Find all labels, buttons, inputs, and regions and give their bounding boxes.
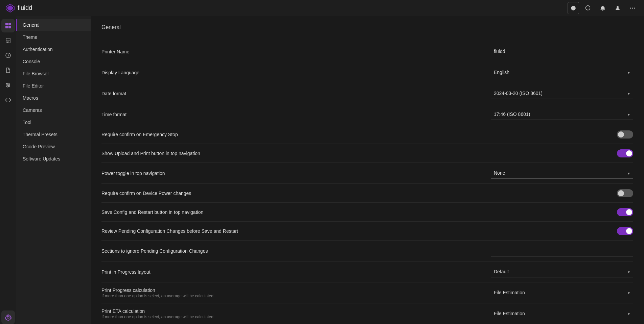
- svg-rect-9: [8, 23, 11, 25]
- setting-control-require-confirm-emergency: [491, 130, 633, 139]
- setting-row-date-format: Date format2024-03-20 (ISO 8601)03/20/20…: [101, 83, 633, 104]
- select-print-progress-calc[interactable]: File EstimationSlicerBoth: [491, 287, 633, 298]
- setting-label-print-progress-calc: Print Progress calculationIf more than o…: [101, 288, 394, 298]
- setting-control-require-confirm-power: [491, 189, 633, 197]
- setting-control-sections-ignore: [491, 245, 633, 256]
- logo-icon: [5, 3, 15, 13]
- setting-label-require-confirm-power: Require confirm on Device Power changes: [101, 191, 394, 196]
- setting-row-print-progress-layout: Print in Progress layoutDefaultCompactWi…: [101, 261, 633, 282]
- setting-row-require-confirm-power: Require confirm on Device Power changes: [101, 184, 633, 203]
- setting-label-time-format: Time format: [101, 112, 394, 117]
- setting-row-power-toggle-nav: Power toggle in top navigationNoneOnOff: [101, 163, 633, 184]
- dropdown-wrapper-date-format: 2024-03-20 (ISO 8601)03/20/2024 (US)20/0…: [491, 88, 633, 99]
- dropdown-wrapper-print-eta-calc: File EstimationSlicerBoth: [491, 308, 633, 319]
- svg-marker-1: [7, 5, 13, 11]
- select-print-progress-layout[interactable]: DefaultCompactWide: [491, 266, 633, 277]
- sidebar-item-general[interactable]: General: [16, 19, 91, 31]
- setting-control-review-pending: [491, 227, 633, 235]
- topbar-actions: [568, 2, 639, 14]
- setting-row-save-config-restart: Save Config and Restart button in top na…: [101, 203, 633, 222]
- main-content: General Printer NameDisplay LanguageEngl…: [91, 16, 644, 324]
- dropdown-wrapper-print-progress-layout: DefaultCompactWide: [491, 266, 633, 277]
- svg-rect-12: [6, 38, 10, 41]
- setting-control-show-upload-print: [491, 149, 633, 157]
- svg-rect-8: [5, 23, 8, 25]
- setting-label-require-confirm-emergency: Require confirm on Emergency Stop: [101, 132, 394, 137]
- setting-label-date-format: Date format: [101, 91, 394, 96]
- setting-control-print-progress-layout: DefaultCompactWide: [491, 266, 633, 277]
- select-time-format[interactable]: 17:46 (ISO 8601)5:46 PM (12h): [491, 109, 633, 120]
- svg-point-6: [632, 7, 633, 8]
- sidebar-item-file-browser[interactable]: File Browser: [16, 68, 91, 80]
- svg-point-5: [630, 7, 631, 8]
- input-sections-ignore[interactable]: [491, 245, 633, 256]
- svg-point-22: [7, 86, 8, 87]
- nav-dashboard[interactable]: [1, 19, 15, 32]
- notifications-button[interactable]: [597, 2, 609, 14]
- select-power-toggle-nav[interactable]: NoneOnOff: [491, 168, 633, 179]
- setting-row-require-confirm-emergency: Require confirm on Emergency Stop: [101, 125, 633, 144]
- nav-files[interactable]: [1, 64, 15, 77]
- power-button[interactable]: [568, 2, 579, 14]
- setting-control-display-language: EnglishGermanFrenchSpanishChinese: [491, 67, 633, 78]
- svg-point-23: [7, 316, 9, 318]
- input-printer-name[interactable]: [491, 46, 633, 57]
- setting-row-sections-ignore: Sections to ignore Pending Configuration…: [101, 241, 633, 261]
- dropdown-wrapper-time-format: 17:46 (ISO 8601)5:46 PM (12h): [491, 109, 633, 120]
- setting-control-date-format: 2024-03-20 (ISO 8601)03/20/2024 (US)20/0…: [491, 88, 633, 99]
- sidebar-item-macros[interactable]: Macros: [16, 92, 91, 104]
- setting-sublabel-print-eta-calc: If more than one option is select, an av…: [101, 315, 394, 319]
- refresh-button[interactable]: [582, 2, 594, 14]
- nav-rail: [0, 16, 16, 324]
- svg-rect-11: [8, 26, 11, 28]
- setting-row-review-pending: Review Pending Configuration Changes bef…: [101, 222, 633, 241]
- app-title: fluidd: [18, 4, 32, 11]
- setting-control-power-toggle-nav: NoneOnOff: [491, 168, 633, 179]
- section-title: General: [101, 24, 633, 33]
- select-print-eta-calc[interactable]: File EstimationSlicerBoth: [491, 308, 633, 319]
- setting-control-print-progress-calc: File EstimationSlicerBoth: [491, 287, 633, 298]
- sidebar-item-theme[interactable]: Theme: [16, 31, 91, 43]
- nav-tune[interactable]: [1, 78, 15, 92]
- setting-label-printer-name: Printer Name: [101, 49, 394, 54]
- app-logo: fluidd: [5, 3, 32, 13]
- setting-control-printer-name: [491, 46, 633, 57]
- dropdown-wrapper-print-progress-calc: File EstimationSlicerBoth: [491, 287, 633, 298]
- sidebar-item-file-editor[interactable]: File Editor: [16, 80, 91, 92]
- setting-label-print-eta-calc: Print ETA calculationIf more than one op…: [101, 308, 394, 319]
- setting-label-sections-ignore: Sections to ignore Pending Configuration…: [101, 248, 394, 254]
- setting-label-display-language: Display Language: [101, 70, 394, 75]
- sidebar-item-authentication[interactable]: Authentication: [16, 43, 91, 55]
- sidebar-item-cameras[interactable]: Cameras: [16, 104, 91, 116]
- toggle-show-upload-print[interactable]: [617, 149, 633, 157]
- toggle-require-confirm-emergency[interactable]: [617, 130, 633, 139]
- sidebar-item-thermal-presets[interactable]: Thermal Presets: [16, 128, 91, 141]
- select-display-language[interactable]: EnglishGermanFrenchSpanishChinese: [491, 67, 633, 78]
- toggle-review-pending[interactable]: [617, 227, 633, 235]
- svg-point-7: [634, 7, 635, 8]
- setting-row-show-upload-print: Show Upload and Print button in top navi…: [101, 144, 633, 163]
- nav-settings[interactable]: [1, 310, 15, 324]
- sidebar-item-gcode-preview[interactable]: Gcode Preview: [16, 141, 91, 153]
- svg-rect-10: [5, 26, 8, 28]
- sidebar-item-console[interactable]: Console: [16, 55, 91, 68]
- nav-code[interactable]: [1, 93, 15, 107]
- dropdown-wrapper-power-toggle-nav: NoneOnOff: [491, 168, 633, 179]
- more-button[interactable]: [626, 2, 639, 14]
- sidebar-item-tool[interactable]: Tool: [16, 116, 91, 128]
- toggle-require-confirm-power[interactable]: [617, 189, 633, 197]
- topbar: fluidd: [0, 0, 644, 16]
- setting-row-display-language: Display LanguageEnglishGermanFrenchSpani…: [101, 62, 633, 83]
- sidebar-item-software-updates[interactable]: Software Updates: [16, 153, 91, 165]
- toggle-save-config-restart[interactable]: [617, 208, 633, 216]
- select-date-format[interactable]: 2024-03-20 (ISO 8601)03/20/2024 (US)20/0…: [491, 88, 633, 99]
- svg-point-4: [617, 6, 619, 8]
- svg-point-20: [6, 83, 8, 84]
- nav-history[interactable]: [1, 49, 15, 62]
- setting-row-print-progress-calc: Print Progress calculationIf more than o…: [101, 282, 633, 303]
- nav-print[interactable]: [1, 34, 15, 47]
- setting-label-save-config-restart: Save Config and Restart button in top na…: [101, 209, 394, 215]
- user-button[interactable]: [612, 2, 624, 14]
- setting-label-print-progress-layout: Print in Progress layout: [101, 269, 394, 275]
- setting-row-print-eta-calc: Print ETA calculationIf more than one op…: [101, 303, 633, 324]
